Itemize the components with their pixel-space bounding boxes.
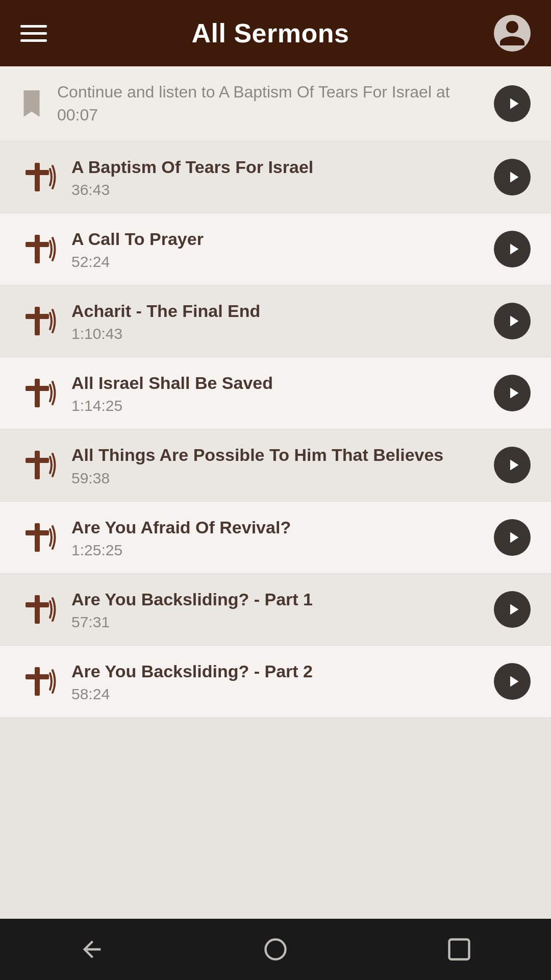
sermon-item[interactable]: All Things Are Possible To Him That Beli… [0, 429, 551, 501]
sermon-cross-icon [20, 303, 57, 339]
sermon-item[interactable]: All Israel Shall Be Saved1:14:25 [0, 357, 551, 429]
home-nav-button[interactable] [245, 929, 306, 970]
page-title: All Sermons [192, 18, 349, 48]
sermon-cross-icon [20, 519, 57, 556]
continue-banner: Continue and listen to A Baptism Of Tear… [0, 66, 551, 141]
svg-rect-11 [26, 530, 49, 535]
sermon-item[interactable]: Are You Afraid Of Revival?1:25:25 [0, 502, 551, 574]
svg-rect-12 [35, 595, 40, 624]
svg-rect-6 [35, 379, 40, 407]
sermon-cross-icon [20, 159, 57, 195]
bookmark-icon [20, 90, 43, 117]
sermon-duration: 58:24 [71, 685, 480, 703]
sermon-title: Are You Backsliding? - Part 1 [71, 588, 480, 610]
sermon-play-button[interactable] [494, 375, 531, 411]
sermon-cross-icon [20, 591, 57, 628]
back-nav-button[interactable] [61, 929, 122, 970]
svg-rect-8 [35, 451, 40, 479]
sermon-title: All Israel Shall Be Saved [71, 372, 480, 394]
sermon-cross-icon [20, 663, 57, 700]
sermon-title: Are You Afraid Of Revival? [71, 516, 480, 538]
sermon-duration: 59:38 [71, 470, 480, 487]
sermon-item[interactable]: Acharit - The Final End1:10:43 [0, 285, 551, 357]
sermon-cross-icon [20, 447, 57, 483]
continue-text: Continue and listen to A Baptism Of Tear… [57, 81, 480, 127]
continue-play-button[interactable] [494, 85, 531, 122]
sermon-cross-icon [20, 231, 57, 267]
recents-nav-button[interactable] [429, 929, 490, 970]
sermon-play-button[interactable] [494, 159, 531, 195]
bottom-navigation [0, 919, 551, 980]
svg-rect-4 [35, 307, 40, 335]
svg-rect-7 [26, 386, 49, 391]
sermon-cross-icon [20, 375, 57, 411]
svg-rect-1 [26, 170, 49, 175]
svg-rect-10 [35, 523, 40, 552]
sermon-duration: 52:24 [71, 253, 480, 271]
svg-rect-15 [26, 674, 49, 679]
svg-rect-13 [26, 602, 49, 607]
svg-rect-3 [26, 242, 49, 247]
sermon-duration: 57:31 [71, 614, 480, 631]
svg-rect-17 [449, 940, 469, 960]
sermon-title: Are You Backsliding? - Part 2 [71, 660, 480, 682]
svg-rect-0 [35, 163, 40, 191]
sermon-play-button[interactable] [494, 231, 531, 267]
app-header: All Sermons [0, 0, 551, 66]
sermon-title: A Baptism Of Tears For Israel [71, 156, 480, 178]
svg-rect-14 [35, 667, 40, 696]
sermon-item[interactable]: Are You Backsliding? - Part 157:31 [0, 574, 551, 646]
sermon-list: A Baptism Of Tears For Israel36:43 A Cal… [0, 141, 551, 919]
menu-icon[interactable] [20, 25, 47, 42]
sermon-duration: 1:10:43 [71, 325, 480, 342]
sermon-play-button[interactable] [494, 519, 531, 556]
sermon-title: A Call To Prayer [71, 228, 480, 250]
profile-icon[interactable] [494, 15, 531, 52]
svg-rect-5 [26, 314, 49, 319]
sermon-title: All Things Are Possible To Him That Beli… [71, 444, 480, 466]
sermon-play-button[interactable] [494, 663, 531, 700]
sermon-title: Acharit - The Final End [71, 300, 480, 322]
sermon-duration: 1:14:25 [71, 397, 480, 414]
sermon-duration: 1:25:25 [71, 542, 480, 559]
svg-rect-2 [35, 235, 40, 263]
sermon-play-button[interactable] [494, 591, 531, 628]
sermon-item[interactable]: A Baptism Of Tears For Israel36:43 [0, 141, 551, 213]
svg-rect-9 [26, 458, 49, 463]
sermon-item[interactable]: Are You Backsliding? - Part 258:24 [0, 646, 551, 718]
sermon-play-button[interactable] [494, 303, 531, 339]
sermon-item[interactable]: A Call To Prayer52:24 [0, 213, 551, 285]
svg-point-16 [266, 940, 286, 960]
sermon-play-button[interactable] [494, 447, 531, 483]
sermon-duration: 36:43 [71, 181, 480, 199]
